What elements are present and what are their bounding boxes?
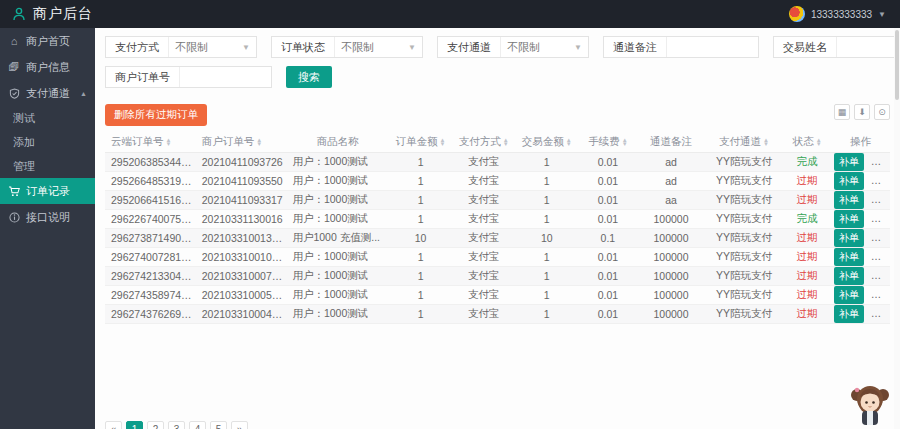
details-button[interactable]: 详情 (871, 191, 890, 209)
page-button-4[interactable]: 4 (189, 421, 206, 429)
cell-cloud-order-no: 295206385344223 (105, 152, 196, 171)
details-button[interactable]: 详情 (871, 305, 890, 323)
details-button[interactable]: 详情 (871, 172, 890, 190)
cell-pay-method: 支付宝 (452, 171, 515, 190)
details-button[interactable]: 详情 (871, 210, 890, 228)
supplement-order-button[interactable]: 补单 (834, 267, 864, 285)
cell-channel-remark: 100000 (638, 209, 705, 228)
mascot-character[interactable] (848, 383, 892, 429)
sort-icon[interactable]: ▲▼ (440, 138, 446, 146)
table-header-row: 云端订单号▲▼ 商户订单号▲▼ 商品名称 订单金额▲▼ 支付方式▲▼ 交易金额▲… (105, 132, 890, 152)
sort-icon[interactable]: ▲▼ (256, 138, 262, 146)
col-trade-amount[interactable]: 交易金额▲▼ (515, 132, 578, 152)
details-button[interactable]: 详情 (871, 153, 890, 171)
col-merchant-order-no[interactable]: 商户订单号▲▼ (196, 132, 287, 152)
trade-name-input[interactable] (836, 37, 900, 57)
main-content: 支付方式 不限制 ▼ 订单状态 不限制 ▼ 支付通道 不限制 ▼ (95, 28, 900, 429)
sort-icon[interactable]: ▲▼ (763, 138, 769, 146)
cell-channel-remark: 100000 (638, 266, 705, 285)
status-badge: 过期 (797, 231, 818, 243)
cell-trade-amount: 1 (515, 247, 578, 266)
cell-merchant-order-no: 20210331001008 (196, 247, 287, 266)
col-fee[interactable]: 手续费▲▼ (578, 132, 637, 152)
cell-merchant-order-no: 20210331000457 (196, 304, 287, 323)
supplement-order-button[interactable]: 补单 (834, 305, 864, 323)
select-value: 不限制 (507, 40, 540, 55)
sort-icon[interactable]: ▲▼ (166, 138, 172, 146)
cell-fee: 0.1 (578, 228, 637, 247)
filter-columns-button[interactable]: ▦ (834, 104, 850, 120)
sidebar-item-pay-channel[interactable]: 支付通道 ▲ (0, 80, 95, 106)
cell-trade-amount: 1 (515, 190, 578, 209)
export-button[interactable]: ⬇ (854, 104, 870, 120)
filter-label: 交易姓名 (774, 40, 836, 55)
col-pay-method[interactable]: 支付方式▲▼ (452, 132, 515, 152)
col-pay-channel[interactable]: 支付通道▲▼ (705, 132, 784, 152)
channel-remark-input[interactable] (666, 37, 758, 57)
avatar[interactable] (789, 6, 805, 22)
page-button-5[interactable]: 5 (210, 421, 227, 429)
page-button-2[interactable]: 2 (147, 421, 164, 429)
details-button[interactable]: 详情 (871, 286, 890, 304)
sort-icon[interactable]: ▲▼ (503, 138, 509, 146)
filter-channel-remark: 通道备注 (603, 36, 759, 58)
sidebar-subitem-add[interactable]: 添加 (0, 130, 95, 154)
sidebar-subitem-manage[interactable]: 管理 (0, 154, 95, 178)
cell-merchant-order-no: 20210331000514 (196, 285, 287, 304)
supplement-order-button[interactable]: 补单 (834, 191, 864, 209)
cell-merchant-order-no: 20210331001310 (196, 228, 287, 247)
page-button-3[interactable]: 3 (168, 421, 185, 429)
details-button[interactable]: 详情 (871, 248, 890, 266)
col-channel-remark: 通道备注 (638, 132, 705, 152)
sidebar-item-label: 管理 (13, 159, 35, 174)
status-badge: 过期 (797, 193, 818, 205)
col-order-amount[interactable]: 订单金额▲▼ (389, 132, 452, 152)
cell-pay-method: 支付宝 (452, 190, 515, 209)
sidebar-item-merchant-info[interactable]: 🗊 商户信息 (0, 54, 95, 80)
sort-icon[interactable]: ▲▼ (816, 138, 822, 146)
supplement-order-button[interactable]: 补单 (834, 153, 864, 171)
page-next-button[interactable]: » (231, 421, 248, 429)
cell-fee: 0.01 (578, 304, 637, 323)
chevron-down-icon: ▼ (242, 43, 250, 52)
order-status-select[interactable]: 不限制 ▼ (334, 37, 422, 57)
details-button[interactable]: 详情 (871, 229, 890, 247)
cell-status: 过期 (783, 285, 830, 304)
supplement-order-button[interactable]: 补单 (834, 229, 864, 247)
home-icon: ⌂ (8, 35, 20, 47)
supplement-order-button[interactable]: 补单 (834, 210, 864, 228)
col-cloud-order-no[interactable]: 云端订单号▲▼ (105, 132, 196, 152)
sort-icon[interactable]: ▲▼ (566, 138, 572, 146)
sort-icon[interactable]: ▲▼ (622, 138, 628, 146)
scrollbar-thumb[interactable] (895, 30, 899, 100)
cell-channel-remark: ad (638, 171, 705, 190)
supplement-order-button[interactable]: 补单 (834, 172, 864, 190)
vertical-scrollbar[interactable] (894, 28, 900, 429)
sidebar-item-api-docs[interactable]: 接口说明 (0, 204, 95, 230)
cell-actions: 补单 详情 (831, 190, 890, 209)
pay-method-select[interactable]: 不限制 ▼ (168, 37, 256, 57)
col-status[interactable]: 状态▲▼ (783, 132, 830, 152)
page-prev-button[interactable]: « (105, 421, 122, 429)
pay-channel-select[interactable]: 不限制 ▼ (500, 37, 588, 57)
cell-pay-channel: YY陪玩支付 (705, 247, 784, 266)
page-button-1[interactable]: 1 (126, 421, 143, 429)
supplement-order-button[interactable]: 补单 (834, 286, 864, 304)
sidebar-item-order-records[interactable]: 订单记录 (0, 178, 95, 204)
cell-trade-amount: 1 (515, 285, 578, 304)
details-button[interactable]: 详情 (871, 267, 890, 285)
cell-status: 过期 (783, 228, 830, 247)
cell-status: 过期 (783, 247, 830, 266)
cell-pay-channel: YY陪玩支付 (705, 304, 784, 323)
sidebar-item-home[interactable]: ⌂ 商户首页 (0, 28, 95, 54)
table-toolbar: 删除所有过期订单 ▦ ⬇ ⊙ (95, 100, 900, 132)
cell-status: 过期 (783, 171, 830, 190)
search-button[interactable]: 搜索 (286, 66, 332, 88)
sidebar-subitem-test[interactable]: 测试 (0, 106, 95, 130)
settings-button[interactable]: ⊙ (874, 104, 890, 120)
user-menu[interactable]: 13333333333 ▼ (789, 6, 900, 22)
topbar: 商户后台 13333333333 ▼ (0, 0, 900, 28)
merchant-order-no-input[interactable] (179, 67, 271, 87)
delete-expired-orders-button[interactable]: 删除所有过期订单 (105, 104, 207, 126)
supplement-order-button[interactable]: 补单 (834, 248, 864, 266)
